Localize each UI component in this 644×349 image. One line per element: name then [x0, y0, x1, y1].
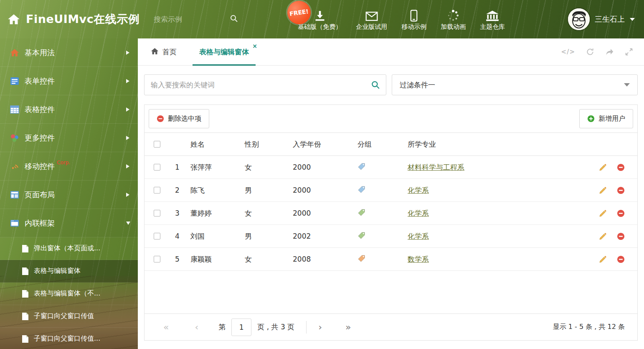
mobile-icon: [410, 8, 418, 22]
corp-badge: Corp.: [57, 160, 70, 166]
column-header-major[interactable]: 所学专业: [408, 140, 591, 149]
prev-page-button[interactable]: ‹: [195, 323, 198, 332]
chevron-down-icon: [126, 222, 130, 225]
close-icon[interactable]: ×: [252, 43, 257, 49]
first-page-button[interactable]: «: [163, 323, 169, 332]
sidebar-subitem-grid-edit-window-2[interactable]: 表格与编辑窗体（不...: [0, 283, 138, 305]
tab-home[interactable]: 首页: [144, 38, 183, 65]
edit-icon[interactable]: [599, 209, 607, 217]
column-header-group[interactable]: 分组: [357, 140, 408, 149]
app-header: FineUIMvc在线示例 FREE! 基础版（免费） 企业版试用: [0, 0, 644, 38]
page-number-input[interactable]: [231, 318, 251, 336]
filter-dropdown-value: 过滤条件一: [400, 80, 435, 90]
cell-name: 董婷婷: [190, 209, 245, 218]
source-code-icon[interactable]: </>: [561, 48, 575, 56]
row-number: 3: [165, 209, 190, 217]
cell-name: 张萍萍: [190, 163, 245, 172]
row-checkbox[interactable]: [154, 256, 160, 262]
sidebar-item-more-controls[interactable]: 更多控件: [0, 124, 138, 152]
filter-dropdown[interactable]: 过滤条件一: [392, 74, 638, 95]
page-icon: [22, 267, 29, 275]
page-icon: [22, 290, 29, 298]
table-row: 2 陈飞 男 2000 化学系: [145, 179, 637, 202]
last-page-button[interactable]: »: [345, 323, 351, 332]
filter-row: 过滤条件一: [144, 74, 638, 95]
sidebar-subitem-popup-window[interactable]: 弹出窗体（本页面或...: [0, 237, 138, 260]
share-icon[interactable]: [605, 48, 614, 56]
chevron-right-icon: [126, 51, 129, 55]
tab-active-label: 表格与编辑窗体: [199, 47, 249, 57]
edit-icon[interactable]: [599, 186, 607, 194]
column-header-year[interactable]: 入学年份: [293, 140, 357, 149]
sidebar-subitem-child-to-parent[interactable]: 子窗口向父窗口传值: [0, 305, 138, 328]
row-checkbox[interactable]: [154, 164, 160, 171]
page-icon: [22, 245, 29, 253]
delete-icon[interactable]: [617, 163, 625, 171]
user-menu[interactable]: 三生石上: [568, 8, 644, 30]
sidebar-subitem-child-to-parent-2[interactable]: 子窗口向父窗口传值...: [0, 328, 138, 349]
cell-gender: 男: [245, 232, 293, 241]
row-checkbox[interactable]: [154, 233, 160, 239]
nav-item-loading-animation[interactable]: 加载动画: [434, 8, 473, 31]
sidebar-subitem-grid-edit-window[interactable]: 表格与编辑窗体: [0, 260, 138, 283]
edit-icon[interactable]: [599, 232, 607, 240]
app-logo[interactable]: FineUIMvc在线示例: [0, 12, 139, 27]
major-link[interactable]: 化学系: [408, 209, 429, 217]
row-checkbox[interactable]: [154, 210, 160, 217]
sidebar-item-form-controls[interactable]: 表单控件: [0, 67, 138, 95]
major-link[interactable]: 材料科学与工程系: [408, 163, 464, 171]
header-search: [154, 14, 242, 24]
sidebar-item-page-layout[interactable]: 页面布局: [0, 181, 138, 209]
next-page-button[interactable]: ›: [318, 323, 322, 332]
search-icon[interactable]: [371, 80, 380, 91]
column-header-gender[interactable]: 性别: [245, 140, 293, 149]
fullscreen-icon[interactable]: [625, 48, 633, 56]
tab-toolbar: </>: [561, 38, 644, 65]
cell-year: 2002: [293, 232, 357, 240]
signal-icon: [10, 162, 19, 171]
sidebar-item-iframe[interactable]: 内联框架: [0, 209, 138, 237]
major-link[interactable]: 化学系: [408, 232, 429, 240]
main-content: 首页 表格与编辑窗体 × </>: [138, 38, 644, 349]
nav-label: 企业版试用: [356, 23, 387, 31]
delete-icon[interactable]: [617, 186, 625, 194]
major-link[interactable]: 数学系: [408, 255, 429, 263]
nav-item-enterprise-trial[interactable]: 企业版试用: [349, 8, 394, 31]
chevron-down-icon: [624, 83, 630, 87]
table-row: 1 张萍萍 女 2000 材料科学与工程系: [145, 156, 637, 179]
delete-icon[interactable]: [617, 255, 625, 263]
row-checkbox[interactable]: [154, 187, 160, 194]
grid-panel: 删除选中项 新增用户 姓名 性别 入学年份 分组 所学专业 1 张萍萍 女 20…: [144, 104, 638, 341]
column-header-name[interactable]: 姓名: [190, 140, 245, 149]
record-count-summary: 显示 1 - 5 条 , 共 12 条: [553, 323, 625, 331]
window-icon: [10, 219, 19, 228]
refresh-icon[interactable]: [586, 48, 594, 56]
tag-icon: [357, 209, 408, 218]
delete-selected-button[interactable]: 删除选中项: [149, 109, 209, 128]
home-logo-icon: [8, 13, 20, 25]
delete-icon[interactable]: [617, 232, 625, 240]
search-icon[interactable]: [230, 14, 238, 24]
select-all-checkbox[interactable]: [154, 141, 160, 148]
nav-item-mobile-demo[interactable]: 移动示例: [394, 8, 434, 31]
add-user-button[interactable]: 新增用户: [579, 109, 633, 128]
table-header-row: 姓名 性别 入学年份 分组 所学专业: [145, 132, 637, 156]
spinner-icon: [447, 8, 459, 22]
major-link[interactable]: 化学系: [408, 186, 429, 194]
chevron-right-icon: [126, 79, 129, 83]
edit-icon[interactable]: [599, 163, 607, 171]
keyword-search-input[interactable]: [144, 74, 386, 95]
delete-icon[interactable]: [617, 209, 625, 217]
sidebar-item-basic-usage[interactable]: 基本用法: [0, 38, 138, 67]
home-icon: [10, 48, 19, 57]
cell-gender: 女: [245, 163, 293, 172]
cell-name: 刘国: [190, 232, 245, 241]
nav-item-theme-store[interactable]: 主题仓库: [473, 8, 512, 31]
header-search-input[interactable]: [154, 15, 224, 23]
sidebar-item-grid-controls[interactable]: 表格控件: [0, 95, 138, 124]
sidebar-item-mobile-controls[interactable]: 移动控件 Corp.: [0, 152, 138, 181]
tab-grid-edit-window[interactable]: 表格与编辑窗体 ×: [193, 38, 256, 65]
tag-icon: [357, 232, 408, 241]
edit-icon[interactable]: [599, 255, 607, 263]
cell-gender: 女: [245, 209, 293, 218]
